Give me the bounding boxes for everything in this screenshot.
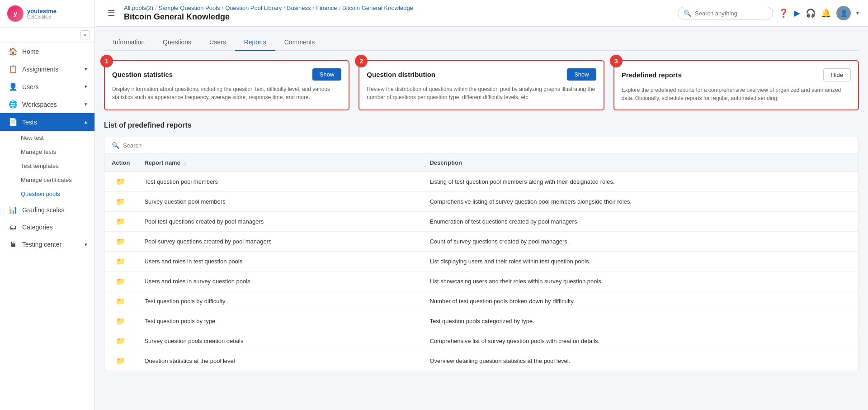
chevron-down-icon[interactable]: ▾ [856, 10, 859, 16]
users-icon: 👤 [9, 82, 18, 91]
sidebar-item-manage-certificates[interactable]: Manage certificates [0, 173, 94, 187]
table-search-icon: 🔍 [112, 142, 119, 149]
show-question-distribution-button[interactable]: Show [567, 68, 596, 81]
headset-icon[interactable]: 🎧 [806, 8, 816, 18]
sidebar-item-question-pools[interactable]: Question pools [0, 187, 94, 201]
action-cell: 📁 [104, 232, 137, 252]
search-box[interactable]: 🔍 [678, 7, 773, 19]
chevron-right-icon: ▾ [85, 101, 87, 107]
breadcrumb-bitcoin[interactable]: Bitcoin General Knowledge [342, 5, 413, 11]
sidebar-item-label: Tests [22, 119, 80, 126]
collapse-button[interactable]: « [80, 30, 90, 39]
testing-center-icon: 🖥 [9, 240, 18, 248]
section-title: List of predefined reports [104, 121, 859, 129]
tab-reports[interactable]: Reports [235, 34, 275, 51]
avatar[interactable]: 👤 [836, 6, 851, 20]
action-cell: 📁 [104, 172, 137, 192]
folder-icon[interactable]: 📁 [116, 277, 125, 285]
report-name-cell: Pool survey questions created by pool ma… [137, 232, 422, 252]
card-desc-1: Display information about questions, inc… [112, 85, 341, 101]
tab-users[interactable]: Users [200, 34, 235, 51]
table-search-input[interactable] [123, 142, 213, 149]
sidebar-item-test-templates[interactable]: Test templates [0, 159, 94, 173]
notification-icon[interactable]: 🔔 [821, 8, 831, 18]
hide-predefined-reports-button[interactable]: Hide [823, 68, 851, 81]
topbar-actions: 🔍 ❓ ▶ 🎧 🔔 👤 ▾ [678, 6, 859, 20]
search-input[interactable] [695, 10, 767, 17]
sidebar-item-manage-tests[interactable]: Manage tests [0, 145, 94, 159]
tab-comments[interactable]: Comments [275, 34, 324, 51]
description-cell: Comprehensive listing of survey question… [422, 192, 859, 212]
card-header-2: Question distribution Show [367, 68, 596, 81]
chevron-right-icon: ▾ [85, 84, 87, 90]
sidebar-item-home[interactable]: 🏠 Home [0, 43, 94, 60]
action-cell: 📁 [104, 272, 137, 291]
card-header-3: Predefined reports Hide [622, 68, 851, 81]
folder-icon[interactable]: 📁 [116, 238, 125, 245]
home-icon: 🏠 [9, 47, 18, 56]
card-predefined-reports: 3 Predefined reports Hide Explore the pr… [613, 60, 859, 110]
folder-icon[interactable]: 📁 [116, 317, 125, 325]
folder-icon[interactable]: 📁 [116, 337, 125, 345]
logo: y youtestme GetCertified [0, 0, 94, 28]
help-icon[interactable]: ❓ [778, 8, 788, 18]
description-cell: Comprehensive list of survey question po… [422, 331, 859, 351]
col-report-name[interactable]: Report name ↕ [137, 154, 422, 172]
description-cell: Enumeration of test questions created by… [422, 212, 859, 232]
table-search-row: 🔍 [104, 137, 859, 154]
sidebar-item-label: Categories [22, 224, 87, 231]
folder-icon[interactable]: 📁 [116, 257, 125, 265]
description-cell: Count of survey questions created by poo… [422, 232, 859, 252]
action-cell: 📁 [104, 291, 137, 311]
topbar: ☰ All pools(2) / Sample Question Pools /… [95, 0, 868, 27]
table-row: 📁 Survey question pool members Comprehen… [104, 192, 859, 212]
folder-icon[interactable]: 📁 [116, 218, 125, 225]
breadcrumb-all-pools[interactable]: All pools(2) [124, 5, 153, 11]
play-icon[interactable]: ▶ [794, 8, 800, 18]
search-icon: 🔍 [684, 10, 691, 17]
folder-icon[interactable]: 📁 [116, 297, 125, 305]
col-action: Action [104, 154, 137, 172]
sidebar-item-users[interactable]: 👤 Users ▾ [0, 78, 94, 95]
sidebar-item-label: Workspaces [22, 101, 80, 108]
tab-information[interactable]: Information [104, 34, 154, 51]
folder-icon[interactable]: 📁 [116, 178, 125, 186]
menu-button[interactable]: ☰ [104, 6, 118, 20]
sidebar-item-assignments[interactable]: 📋 Assignments ▾ [0, 60, 94, 78]
table-row: 📁 Test question pools by difficulty Numb… [104, 291, 859, 311]
tests-icon: 📄 [9, 118, 18, 126]
report-name-cell: Test question pools by type [137, 311, 422, 331]
report-name-cell: Test question pool members [137, 172, 422, 192]
action-cell: 📁 [104, 252, 137, 272]
tabs: Information Questions Users Reports Comm… [104, 34, 859, 51]
logo-icon: y [7, 5, 24, 22]
table-row: 📁 Question statistics at the pool level … [104, 351, 859, 371]
sidebar-item-new-test[interactable]: New test [0, 131, 94, 145]
description-cell: Overview detailing question statistics a… [422, 351, 859, 371]
show-question-statistics-button[interactable]: Show [312, 68, 342, 81]
logo-sub: GetCertified [27, 14, 57, 19]
sort-icon: ↕ [184, 160, 187, 166]
card-number-2: 2 [355, 55, 368, 67]
table-row: 📁 Test question pool members Listing of … [104, 172, 859, 192]
action-cell: 📁 [104, 351, 137, 371]
sidebar-item-testing-center[interactable]: 🖥 Testing center ▾ [0, 236, 94, 253]
tab-questions[interactable]: Questions [154, 34, 200, 51]
table-row: 📁 Pool survey questions created by pool … [104, 232, 859, 252]
table-row: 📁 Pool test questions created by pool ma… [104, 212, 859, 232]
breadcrumb-question-pool-library[interactable]: Question Pool Library [225, 5, 282, 11]
sidebar-item-grading-scales[interactable]: 📊 Grading scales [0, 201, 94, 219]
report-name-cell: Question statistics at the pool level [137, 351, 422, 371]
sidebar-item-categories[interactable]: 🗂 Categories [0, 219, 94, 236]
sidebar-collapse-area: « [0, 28, 94, 43]
categories-icon: 🗂 [9, 223, 18, 231]
folder-icon[interactable]: 📁 [116, 357, 125, 365]
breadcrumb-business[interactable]: Business [287, 5, 311, 11]
sidebar-item-workspaces[interactable]: 🌐 Workspaces ▾ [0, 95, 94, 113]
sidebar-item-label: Users [22, 83, 80, 91]
reports-table-container: 🔍 Action Report name ↕ Description 📁 Tes… [104, 137, 859, 371]
breadcrumb-finance[interactable]: Finance [316, 5, 337, 11]
breadcrumb-sample-question-pools[interactable]: Sample Question Pools [159, 5, 220, 11]
sidebar-item-tests[interactable]: 📄 Tests ▴ [0, 113, 94, 131]
folder-icon[interactable]: 📁 [116, 198, 125, 205]
